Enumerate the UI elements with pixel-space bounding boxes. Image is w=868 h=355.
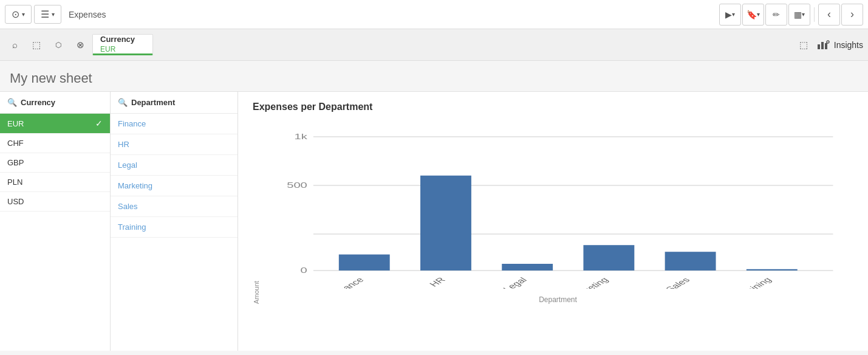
filter-bar: ⌕ ⬚ ⬡ ⊗ Currency EUR ⬚ Insights (0, 29, 868, 61)
dept-search-icon: 🔍 (118, 98, 128, 107)
edit-button[interactable]: ✏ (765, 4, 787, 26)
department-panel-header: 🔍 Department (111, 92, 238, 114)
app-name: Expenses (69, 10, 106, 19)
chart-icon: ▦ (794, 10, 802, 19)
bar-Marketing[interactable] (583, 245, 634, 271)
select-region-icon: ⬚ (799, 40, 808, 50)
currency-label-CHF: CHF (7, 139, 24, 148)
list-button[interactable]: ☰ ▾ (34, 5, 61, 24)
select-tool-button[interactable]: ⬚ (27, 35, 46, 55)
insights-icon (817, 40, 830, 50)
dept-item-HR[interactable]: HR (111, 134, 238, 155)
currency-search-icon: 🔍 (7, 98, 17, 107)
svg-text:Sales: Sales (663, 276, 692, 289)
edit-icon: ✏ (773, 10, 780, 19)
bar-Legal[interactable] (502, 264, 553, 271)
chart-container: Amount 1k 500 0 (253, 125, 853, 304)
currency-item-USD[interactable]: USD (0, 192, 110, 212)
back-button[interactable]: ‹ (818, 4, 840, 26)
currency-label-USD: USD (7, 197, 24, 206)
currency-panel: 🔍 Currency EUR ✓ CHF GBP PLN USD (0, 92, 111, 351)
present-button[interactable]: ▶ ▾ (719, 4, 741, 26)
filter-chip-value: EUR (100, 45, 145, 53)
compass-button[interactable]: ⊙ ▾ (5, 5, 32, 24)
chart-x-label: Department (262, 295, 853, 304)
chart-title: Expenses per Department (253, 102, 853, 112)
list-chevron: ▾ (52, 11, 55, 18)
bar-Training[interactable] (747, 269, 798, 271)
chart-svg: 1k 500 0 Finan (262, 125, 853, 289)
svg-rect-1 (821, 42, 824, 49)
forward-icon: › (850, 8, 854, 21)
chart-y-label: Amount (253, 125, 260, 304)
compass-icon: ⊙ (12, 9, 19, 20)
top-toolbar: ⊙ ▾ ☰ ▾ Expenses ▶ ▾ 🔖 ▾ ✏ ▦ ▾ ‹ › (0, 0, 868, 29)
bar-Finance[interactable] (339, 255, 390, 271)
svg-text:500: 500 (287, 181, 307, 190)
search-tool-button[interactable]: ⌕ (5, 35, 24, 55)
currency-label-GBP: GBP (7, 158, 24, 167)
filter-tools: ⌕ ⬚ ⬡ ⊗ (5, 29, 90, 60)
forward-button[interactable]: › (841, 4, 863, 26)
sheet-title: My new sheet (10, 71, 858, 86)
clear-tool-button[interactable]: ⊗ (70, 35, 90, 55)
currency-panel-title: Currency (21, 98, 55, 107)
lasso-tool-button[interactable]: ⬡ (49, 35, 68, 55)
chart-button[interactable]: ▦ ▾ (788, 4, 810, 26)
currency-item-GBP[interactable]: GBP (0, 153, 110, 173)
main-content: 🔍 Currency EUR ✓ CHF GBP PLN USD 🔍 Depar… (0, 92, 868, 351)
svg-text:Finance: Finance (329, 276, 366, 289)
currency-label-PLN: PLN (7, 178, 22, 187)
filter-chip-label: Currency (100, 35, 145, 44)
currency-panel-header: 🔍 Currency (0, 92, 110, 114)
toolbar-separator (814, 7, 815, 22)
dept-item-Marketing[interactable]: Marketing (111, 176, 238, 196)
bookmark-icon: 🔖 (747, 10, 757, 19)
clear-tool-icon: ⊗ (77, 40, 84, 50)
toolbar-right: ▶ ▾ 🔖 ▾ ✏ ▦ ▾ ‹ › (719, 4, 863, 26)
dept-item-Finance[interactable]: Finance (111, 114, 238, 134)
svg-text:0: 0 (301, 266, 307, 275)
svg-text:Training: Training (736, 276, 773, 289)
svg-rect-2 (825, 43, 827, 49)
svg-rect-0 (818, 44, 820, 49)
toolbar-left: ⊙ ▾ ☰ ▾ Expenses (5, 5, 106, 24)
back-icon: ‹ (827, 8, 831, 21)
dept-item-Training[interactable]: Training (111, 217, 238, 238)
currency-item-PLN[interactable]: PLN (0, 173, 110, 192)
dept-item-Sales[interactable]: Sales (111, 196, 238, 217)
department-panel: 🔍 Department Finance HR Legal Marketing … (111, 92, 238, 351)
currency-label-EUR: EUR (7, 119, 24, 128)
bar-HR[interactable] (420, 176, 471, 271)
svg-text:HR: HR (427, 276, 447, 288)
insights-button[interactable]: Insights (817, 40, 863, 50)
bar-Sales[interactable] (665, 252, 716, 271)
insights-label: Insights (834, 40, 863, 50)
lasso-tool-icon: ⬡ (55, 41, 61, 49)
svg-text:1k: 1k (295, 133, 308, 141)
select-tool-icon: ⬚ (32, 40, 41, 50)
list-icon: ☰ (41, 9, 49, 20)
currency-item-CHF[interactable]: CHF (0, 134, 110, 153)
bookmark-button[interactable]: 🔖 ▾ (742, 4, 764, 26)
currency-filter-chip[interactable]: Currency EUR (92, 34, 153, 55)
select-region-button[interactable]: ⬚ (794, 35, 813, 55)
chart-area: Expenses per Department Amount 1k 500 0 (238, 92, 868, 351)
department-panel-title: Department (131, 98, 175, 107)
svg-text:Marketing: Marketing (567, 276, 610, 289)
chart-inner: 1k 500 0 Finan (262, 125, 853, 304)
svg-text:Legal: Legal (501, 276, 529, 289)
filter-bar-right: ⬚ Insights (794, 29, 863, 60)
dept-item-Legal[interactable]: Legal (111, 155, 238, 176)
sheet-title-bar: My new sheet (0, 61, 868, 92)
currency-item-EUR[interactable]: EUR ✓ (0, 114, 110, 134)
svg-point-3 (827, 41, 829, 43)
check-icon: ✓ (95, 119, 103, 128)
compass-chevron: ▾ (22, 11, 25, 18)
present-icon: ▶ (725, 10, 732, 19)
search-tool-icon: ⌕ (12, 40, 18, 50)
